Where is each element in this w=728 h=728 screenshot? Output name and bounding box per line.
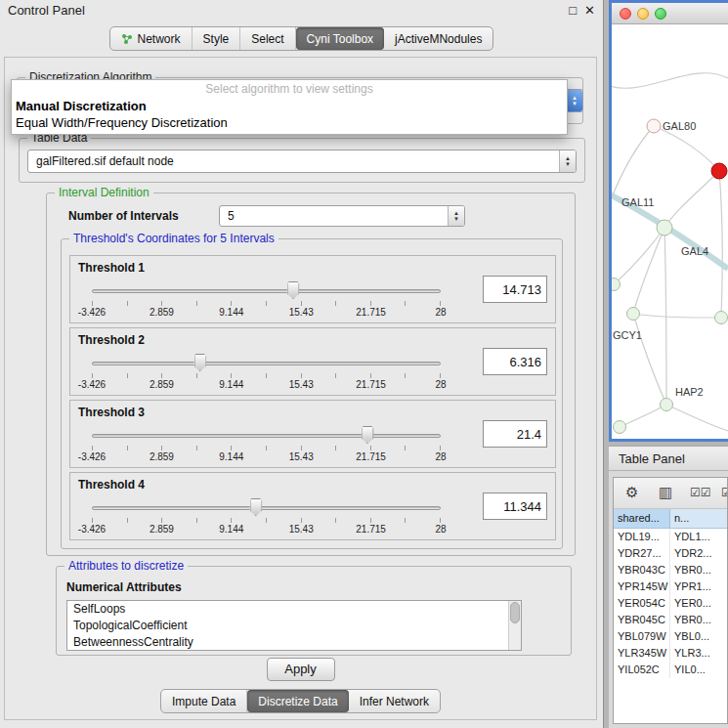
cell: YBR045C	[614, 612, 670, 628]
close-button[interactable]	[620, 8, 631, 20]
threshold-4-slider-ticks	[92, 518, 441, 523]
interval-definition-group: Interval Definition Number of Intervals …	[46, 193, 576, 556]
threshold-4-slider-thumb[interactable]	[249, 498, 262, 516]
network-node[interactable]	[612, 278, 621, 291]
network-nodes	[612, 119, 728, 434]
algorithm-option-manual[interactable]: Manual Discretization	[12, 98, 567, 114]
list-scrollbar-thumb[interactable]	[510, 602, 520, 623]
table-row[interactable]: YLR345W YLR3...	[614, 645, 727, 662]
tab-impute-data[interactable]: Impute Data	[161, 690, 247, 712]
threshold-4-value-input[interactable]	[483, 492, 547, 520]
float-window-icon[interactable]: □	[569, 0, 577, 21]
table-row[interactable]: YDR27... YDR2...	[614, 545, 727, 562]
tab-network-label: Network	[138, 32, 181, 46]
threshold-1-slider-thumb[interactable]	[286, 281, 299, 299]
number-of-intervals-select[interactable]: 5 ▲ ▼	[219, 205, 465, 227]
apply-button[interactable]: Apply	[267, 658, 335, 681]
tab-infer-network[interactable]: Infer Network	[349, 690, 440, 712]
number-of-intervals-stepper[interactable]: ▲ ▼	[448, 206, 464, 226]
scale-label: 9.144	[219, 307, 243, 318]
node-label-gal4: GAL4	[681, 245, 708, 257]
threshold-1-value-input[interactable]	[483, 276, 547, 303]
columns-icon[interactable]: ▥	[659, 484, 672, 501]
threshold-3-slider-thumb[interactable]	[362, 426, 374, 444]
table-row[interactable]: YDL19... YDL1...	[614, 529, 727, 545]
list-item-betweennesscentrality[interactable]: BetweennessCentrality	[67, 634, 521, 651]
threshold-3-slider-track[interactable]	[92, 434, 441, 438]
scale-label: 15.43	[289, 379, 314, 390]
network-node[interactable]	[657, 220, 672, 236]
threshold-4-slider-track[interactable]	[92, 506, 441, 510]
table-data-select-stepper[interactable]: ▲ ▼	[559, 150, 576, 172]
list-scrollbar[interactable]	[508, 601, 521, 650]
table-row[interactable]: YIL052C YIL0...	[614, 662, 727, 678]
algorithm-option-equal-width[interactable]: Equal Width/Frequency Discretization	[12, 114, 567, 131]
threshold-2-slider-thumb[interactable]	[193, 354, 206, 371]
tab-jactivemnodules-label: jActiveMNodules	[395, 32, 482, 46]
tab-jactivemnodules[interactable]: jActiveMNodules	[384, 27, 492, 50]
table-row[interactable]: YBR043C YBR0...	[614, 562, 727, 578]
cell: YIL0...	[670, 662, 727, 678]
tab-select[interactable]: Select	[240, 27, 295, 50]
list-item-topologicalcoefficient[interactable]: TopologicalCoefficient	[67, 618, 521, 634]
tab-discretize-data[interactable]: Discretize Data	[247, 690, 348, 712]
thresholds-group-title: Threshold's Coordinates for 5 Intervals	[69, 232, 278, 245]
number-of-intervals-value: 5	[228, 206, 235, 226]
numerical-attributes-label: Numerical Attributes	[66, 580, 182, 594]
window-title: Control Panel	[8, 3, 85, 18]
zoom-button[interactable]	[655, 8, 666, 20]
network-node[interactable]	[614, 421, 626, 434]
tab-cyni-toolbox[interactable]: Cyni Toolbox	[296, 27, 384, 50]
network-canvas[interactable]: GAL80 GAL11 GAL4 GCY1 HAP2	[612, 24, 728, 439]
table-header-row: shared... n...	[614, 509, 727, 529]
network-node[interactable]	[627, 308, 640, 321]
scale-label: 28	[435, 307, 446, 318]
threshold-4-slider-scale: -3.426 2.859 9.144 15.43 21.715 28	[92, 524, 441, 535]
select-all-icon[interactable]: ☑☑	[690, 486, 711, 499]
cell: YLR345W	[614, 645, 670, 662]
tab-select-label: Select	[251, 32, 283, 46]
bottom-tabbar: Impute Data Discretize Data Infer Networ…	[160, 689, 441, 713]
table-toolbar: ⚙ ▥ ☑☑ ☑	[614, 478, 727, 509]
check-icon[interactable]: ☑	[721, 486, 728, 499]
column-header-name[interactable]: n...	[670, 509, 727, 528]
cell: YER054C	[614, 595, 670, 612]
table-row[interactable]: YER054C YER0...	[614, 595, 727, 612]
minimize-button[interactable]	[637, 8, 649, 20]
threshold-1-slider-track[interactable]	[92, 289, 441, 293]
cell: YBR0...	[670, 562, 727, 578]
cell: YDR27...	[614, 545, 670, 562]
threshold-3-slider-ticks	[92, 446, 441, 450]
cell: YER0...	[670, 595, 727, 612]
network-node[interactable]	[715, 312, 728, 324]
threshold-2-slider-scale: -3.426 2.859 9.144 15.43 21.715 28	[92, 379, 441, 391]
node-label-gcy1: GCY1	[613, 329, 642, 341]
threshold-1-slider-ticks	[92, 301, 441, 306]
scale-label: 28	[435, 451, 446, 462]
threshold-2-value-input[interactable]	[483, 348, 547, 375]
cell: YLR3...	[670, 645, 727, 662]
gear-icon[interactable]: ⚙	[625, 484, 638, 501]
list-item-selfloops[interactable]: SelfLoops	[67, 601, 521, 618]
network-node[interactable]	[661, 399, 673, 411]
threshold-2-slider-ticks	[92, 373, 441, 378]
close-icon[interactable]: ✕	[584, 0, 595, 21]
table-panel-title: Table Panel	[619, 451, 685, 466]
threshold-1-slider-scale: -3.426 2.859 9.144 15.43 21.715 28	[92, 307, 441, 319]
table-row[interactable]: YBR045C YBR0...	[614, 612, 727, 628]
threshold-3-value-input[interactable]	[483, 420, 547, 448]
algorithm-select-stepper[interactable]: ▲ ▼	[566, 90, 582, 111]
tab-style[interactable]: Style	[193, 27, 241, 50]
network-node-selected[interactable]	[711, 163, 727, 179]
tab-network[interactable]: Network	[110, 27, 193, 50]
stepper-down-icon: ▼	[565, 161, 571, 167]
column-header-shared-name[interactable]: shared...	[614, 509, 670, 528]
cell: YPR145W	[614, 578, 670, 595]
threshold-2-slider-track[interactable]	[92, 362, 441, 365]
table-row[interactable]: YBL079W YBL0...	[614, 628, 727, 645]
tab-infer-network-label: Infer Network	[360, 695, 429, 708]
table-row[interactable]: YPR145W YPR1...	[614, 578, 727, 595]
table-data-select[interactable]: galFiltered.sif default node ▲ ▼	[27, 150, 577, 173]
network-node[interactable]	[647, 119, 661, 133]
threshold-3-label: Threshold 3	[78, 406, 145, 419]
